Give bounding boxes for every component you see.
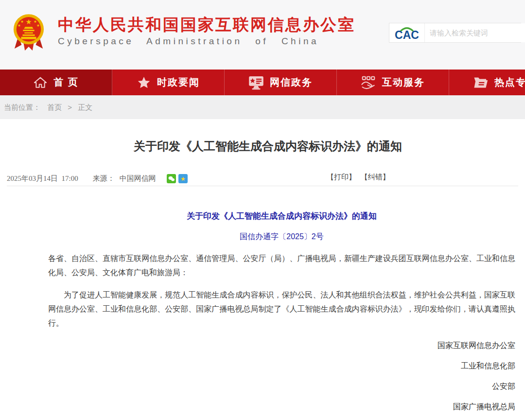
site-title: 中华人民共和国国家互联网信息办公室 (58, 16, 355, 34)
signature-line: 国家互联网信息办公室 (48, 338, 515, 352)
breadcrumb-separator: > (68, 103, 72, 111)
signature-line: 工业和信息化部 (48, 359, 515, 373)
page-title: 关于印发《人工智能生成合成内容标识办法》的通知 (5, 139, 525, 154)
search-box: CAC (389, 23, 521, 43)
breadcrumb-current: 正文 (78, 103, 92, 111)
svg-text:CAC: CAC (395, 29, 419, 41)
breadcrumb-home-link[interactable]: 首页 (47, 103, 62, 111)
monitor-icon (248, 75, 264, 90)
article-content: 关于印发《人工智能生成合成内容标识办法》的通知 国信办通字〔2025〕2号 各省… (48, 209, 515, 420)
nav-label-home: 首 页 (53, 76, 79, 89)
nav-label-topics: 热点专题 (494, 76, 525, 89)
article-meta-row: 2025年03月14日 17:00 来源： 中国网信网 ★ 【打印】 【纠错】 (7, 172, 518, 186)
nav-label-egov: 网信政务 (270, 76, 313, 89)
site-subtitle: Cyberspace Administration of China (58, 36, 355, 47)
source-label: 来源： (93, 174, 115, 183)
article-actions: 【打印】 【纠错】 (327, 173, 393, 182)
signature-line: 国家广播电视总局 (48, 400, 515, 414)
breadcrumb: 当前位置： 首页 > 正文 (0, 95, 525, 119)
svg-text:★: ★ (34, 19, 37, 24)
publish-date: 2025年03月14日 17:00 (7, 174, 78, 183)
site-header: ★ ★ ★ ★ ★ 中华人民共和国国家互联网信息办公室 Cyberspace A… (0, 0, 525, 70)
nav-label-news: 时政要闻 (157, 76, 200, 89)
source-value: 中国网信网 (120, 174, 156, 183)
service-hand-icon (361, 75, 376, 90)
correction-button[interactable]: 【纠错】 (361, 173, 390, 181)
signature-line: 公安部 (48, 379, 515, 393)
signature-block: 国家互联网信息办公室 工业和信息化部 公安部 国家广播电视总局 2025年3月7… (48, 338, 515, 420)
svg-text:★: ★ (18, 23, 21, 28)
nav-item-news[interactable]: 时政要闻 (112, 70, 225, 95)
nav-item-service[interactable]: 互动服务 (337, 70, 449, 95)
svg-text:★: ★ (180, 175, 186, 182)
svg-text:★: ★ (25, 18, 32, 26)
star-icon (137, 76, 151, 89)
cac-logo-icon: CAC (389, 24, 424, 42)
document-title: 关于印发《人工智能生成合成内容标识办法》的通知 (48, 209, 515, 223)
wechat-share-icon[interactable] (167, 174, 176, 183)
search-input[interactable] (424, 23, 525, 42)
main-nav: 首 页 时政要闻 网信政务 (0, 70, 525, 95)
qzone-share-icon[interactable]: ★ (178, 174, 188, 183)
nav-label-service: 互动服务 (382, 76, 425, 89)
breadcrumb-prefix: 当前位置： (4, 103, 40, 111)
article: 关于印发《人工智能生成合成内容标识办法》的通知 2025年03月14日 17:0… (0, 139, 525, 420)
article-paragraph-salutation: 各省、自治区、直辖市互联网信息办公室、通信管理局、公安厅（局）、广播电视局，新疆… (48, 251, 515, 280)
national-emblem-icon: ★ ★ ★ ★ ★ (13, 14, 45, 53)
nav-item-topics[interactable]: 热点专题 (449, 70, 525, 95)
home-icon (33, 76, 48, 89)
folder-icon (473, 75, 489, 90)
document-number: 国信办通字〔2025〕2号 (48, 229, 515, 244)
svg-text:★: ★ (36, 23, 40, 28)
print-button[interactable]: 【打印】 (327, 173, 356, 181)
article-paragraph-body: 为了促进人工智能健康发展，规范人工智能生成合成内容标识，保护公民、法人和其他组织… (48, 288, 515, 330)
nav-item-home[interactable]: 首 页 (0, 70, 112, 95)
svg-text:★: ★ (20, 19, 24, 24)
nav-item-egov[interactable]: 网信政务 (225, 70, 337, 95)
